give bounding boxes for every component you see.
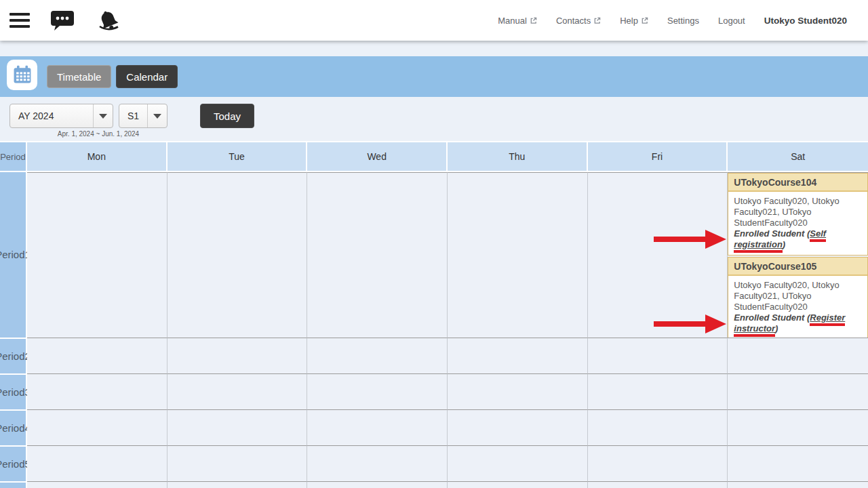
chat-bubble-icon[interactable] [50, 9, 75, 31]
course-title[interactable]: UTokyoCourse104 [728, 174, 867, 192]
nav-link-label: Settings [667, 16, 699, 26]
external-link-icon [530, 17, 537, 24]
timetable-page: ManualContactsHelpSettingsLogoutUtokyo S… [0, 0, 868, 488]
nav-link-label: Manual [498, 16, 527, 26]
nav-link-label: Contacts [556, 16, 591, 26]
timetable-cell-thu-5 [448, 445, 588, 481]
timetable-cell-mon-5 [27, 445, 167, 481]
timetable-cell-wed-6 [307, 481, 448, 488]
timetable-cell-thu-1 [448, 172, 588, 338]
period-label-5: Period5 [0, 445, 27, 481]
nav-link-label: Logout [718, 16, 745, 26]
timetable-cell-sat-6 [728, 481, 868, 488]
course-card-body: Utokyo Faculty020, Utokyo Faculty021, UT… [728, 192, 867, 255]
timetable-cell-sat-3 [728, 373, 868, 409]
course-card-utokyocourse104[interactable]: UTokyoCourse104Utokyo Faculty020, Utokyo… [728, 173, 868, 256]
timetable-cell-wed-3 [307, 373, 448, 409]
day-header-mon: Mon [27, 142, 167, 172]
timetable-cell-fri-3 [588, 373, 728, 409]
nav-link-manual[interactable]: Manual [498, 16, 537, 26]
timetable-cell-thu-6 [448, 481, 588, 488]
timetable-cell-fri-6 [588, 481, 728, 488]
course-staff-list: Utokyo Faculty020, Utokyo Faculty021, UT… [734, 196, 839, 228]
timetable-cell-tue-1 [167, 172, 308, 338]
period-label-2: Period2 [0, 338, 27, 373]
view-tabs: Timetable Calendar [47, 65, 178, 88]
timetable-cell-tue-4 [167, 409, 308, 445]
course-card-utokyocourse105[interactable]: UTokyoCourse105Utokyo Faculty020, Utokyo… [728, 257, 868, 338]
academic-year-value: AY 2024 [10, 104, 54, 127]
enrollment-status-suffix: ) [775, 323, 778, 333]
timetable-cell-fri-2 [588, 338, 728, 373]
period-label-6: Period6 [0, 481, 27, 488]
timetable-cell-tue-6 [167, 481, 308, 488]
day-header-fri: Fri [588, 142, 728, 172]
timetable-cell-wed-1 [307, 172, 448, 338]
course-title[interactable]: UTokyoCourse105 [728, 258, 867, 276]
timetable-cell-mon-2 [27, 338, 167, 373]
timetable-cell-sat-2 [728, 338, 868, 373]
timetable-cell-sat-5 [728, 445, 868, 481]
timetable-cell-tue-3 [167, 373, 308, 409]
term-value: S1 [119, 104, 139, 127]
timetable-cell-wed-4 [307, 409, 448, 445]
course-staff-list: Utokyo Faculty020, Utokyo Faculty021, UT… [734, 280, 839, 312]
period-label-3: Period3 [0, 373, 27, 409]
timetable-cell-sat-4 [728, 409, 868, 445]
timetable-cell-fri-1 [588, 172, 728, 338]
timetable-cell-fri-4 [588, 409, 728, 445]
chevron-down-icon [147, 104, 167, 127]
calendar-icon [7, 60, 37, 90]
timetable-cell-tue-5 [167, 445, 308, 481]
timetable-cell-thu-2 [448, 338, 588, 373]
timetable-cell-mon-3 [27, 373, 167, 409]
nav-link-logout[interactable]: Logout [718, 16, 745, 26]
filter-bar: AY 2024 S1 Today Apr. 1, 2024 ~ Jun. 1, … [0, 97, 868, 141]
enrollment-status-prefix: Enrolled Student ( [734, 312, 810, 323]
period-label-1: Period1 [0, 172, 27, 338]
term-select[interactable]: S1 [119, 104, 167, 128]
hamburger-menu-icon[interactable] [9, 12, 30, 29]
timetable-cell-wed-2 [307, 338, 448, 373]
timetable-cell-mon-4 [27, 409, 167, 445]
tab-calendar[interactable]: Calendar [116, 65, 178, 88]
academic-year-select[interactable]: AY 2024 [9, 104, 113, 128]
username-label: Utokyo Student020 [764, 16, 847, 26]
timetable-cell-thu-3 [448, 373, 588, 409]
day-header-sat: Sat [728, 142, 868, 172]
period-label-4: Period4 [0, 409, 27, 445]
timetable-cell-tue-2 [167, 338, 308, 373]
course-card-body: Utokyo Faculty020, Utokyo Faculty021, UT… [728, 276, 867, 338]
period-column-header: Period [0, 142, 27, 172]
timetable-grid: PeriodMonTueWedThuFriSatPeriod1UTokyoCou… [0, 141, 868, 488]
timetable-cell-mon-6 [27, 481, 167, 488]
nav-link-label: Help [620, 16, 638, 26]
notification-bell-icon[interactable] [95, 7, 122, 34]
enrollment-status-suffix: ) [783, 239, 785, 249]
term-date-range: Apr. 1, 2024 ~ Jun. 1, 2024 [0, 130, 197, 138]
chevron-down-icon [93, 104, 113, 127]
top-bar: ManualContactsHelpSettingsLogoutUtokyo S… [0, 0, 868, 41]
timetable-cell-wed-5 [307, 445, 448, 481]
timetable-cell-mon-1 [27, 172, 167, 338]
external-link-icon [593, 17, 601, 24]
nav-link-contacts[interactable]: Contacts [556, 16, 601, 26]
timetable-cell-thu-4 [448, 409, 588, 445]
banner: Timetable Calendar [0, 56, 868, 97]
timetable-cell-sat-1: UTokyoCourse104Utokyo Faculty020, Utokyo… [728, 172, 868, 338]
enrollment-status-prefix: Enrolled Student ( [734, 228, 810, 239]
nav-link-settings[interactable]: Settings [667, 16, 699, 26]
day-header-tue: Tue [167, 142, 308, 172]
external-link-icon [641, 17, 648, 24]
tab-timetable[interactable]: Timetable [47, 65, 111, 88]
day-header-thu: Thu [448, 142, 588, 172]
timetable-cell-fri-5 [588, 445, 728, 481]
top-navigation: ManualContactsHelpSettingsLogoutUtokyo S… [498, 16, 868, 26]
today-button[interactable]: Today [200, 104, 254, 128]
day-header-wed: Wed [307, 142, 448, 172]
nav-link-help[interactable]: Help [620, 16, 648, 26]
